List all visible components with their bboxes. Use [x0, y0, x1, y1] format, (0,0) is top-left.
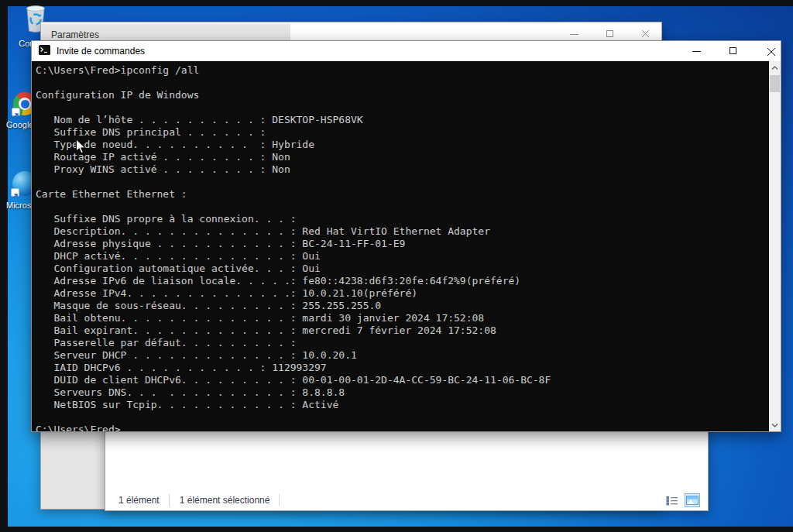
- maximize-button[interactable]: [729, 46, 736, 54]
- settings-window-title: Paramètres: [51, 29, 99, 40]
- console-text: C:\Users\Fred>ipconfig /all Configuratio…: [32, 61, 769, 431]
- maximize-button[interactable]: [606, 29, 613, 37]
- status-selected-count: 1 élément sélectionné: [170, 495, 280, 506]
- shortcut-arrow-icon: [11, 188, 19, 197]
- view-toggle: [664, 493, 708, 507]
- thumbnail-view-button[interactable]: [685, 493, 700, 507]
- scrollbar-thumb[interactable]: [770, 75, 780, 92]
- cmd-icon: [39, 44, 50, 58]
- console-output[interactable]: C:\Users\Fred>ipconfig /all Configuratio…: [32, 61, 769, 431]
- close-button[interactable]: [767, 46, 776, 60]
- minimize-button[interactable]: [570, 29, 578, 35]
- close-button[interactable]: [641, 27, 650, 41]
- shortcut-arrow-icon: [12, 108, 20, 116]
- cmd-window-title: Invite de commandes: [57, 46, 145, 57]
- explorer-status-bar: 1 élément 1 élément sélectionné: [105, 490, 708, 510]
- details-view-button[interactable]: [664, 493, 680, 507]
- status-divider: [279, 494, 280, 506]
- status-item-count: 1 élément: [105, 495, 169, 506]
- cmd-window: Invite de commandes C:\Users\Fred>ipconf…: [31, 40, 781, 432]
- vm-screen: Corbeille Google Chrome Microsoft Edge P…: [0, 0, 793, 532]
- scroll-down-icon[interactable]: [769, 419, 781, 431]
- scroll-up-icon[interactable]: [769, 61, 781, 74]
- minimize-button[interactable]: [692, 46, 701, 52]
- cmd-title-bar[interactable]: Invite de commandes: [32, 41, 781, 61]
- console-scrollbar[interactable]: [769, 61, 781, 431]
